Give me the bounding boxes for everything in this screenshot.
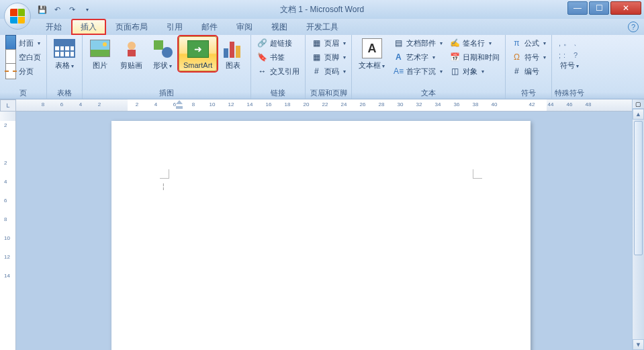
smartart-icon: [187, 38, 209, 60]
close-button[interactable]: ✕: [610, 1, 641, 15]
vertical-scrollbar[interactable]: ▢ ▲ ▼: [632, 99, 644, 350]
tab-start[interactable]: 开始: [36, 19, 71, 35]
undo-icon[interactable]: ↶: [51, 3, 63, 15]
tab-view[interactable]: 视图: [262, 19, 297, 35]
scroll-track[interactable]: [633, 120, 644, 339]
tab-mailings[interactable]: 邮件: [192, 19, 227, 35]
bookmark-icon: 🔖: [257, 52, 267, 62]
shapes-button[interactable]: 形状: [148, 36, 177, 72]
titlebar: 💾 ↶ ↷ 文档 1 - Microsoft Word — ☐ ✕: [0, 0, 644, 19]
group-symbols-label: 符号: [508, 88, 549, 99]
clipart-button[interactable]: 剪贴画: [116, 36, 146, 72]
sigline-icon: ✍: [449, 38, 460, 48]
equation-button[interactable]: π公式: [508, 36, 549, 50]
hyperlink-button[interactable]: 🔗超链接: [254, 36, 302, 50]
crossref-icon: ↔: [257, 66, 267, 77]
redo-icon[interactable]: ↷: [66, 3, 78, 15]
group-links-label: 链接: [254, 88, 302, 99]
number-icon: #: [511, 66, 522, 77]
special-symbol-button[interactable]: ,。、;:? 符号: [555, 36, 584, 72]
table-icon: [54, 38, 75, 59]
special-symbol-label: 符号: [560, 60, 579, 71]
textbox-button[interactable]: A 文本框: [355, 36, 389, 72]
margin-mark-top-left: [160, 169, 169, 179]
scroll-thumb[interactable]: [634, 121, 643, 255]
table-button[interactable]: 表格: [50, 36, 79, 72]
equation-label: 公式: [524, 38, 539, 48]
header-icon: ▦: [311, 38, 322, 48]
sigline-button[interactable]: ✍签名行: [447, 36, 502, 50]
pagenum-button[interactable]: #页码: [308, 64, 349, 78]
pagenum-icon: #: [311, 66, 322, 77]
window-controls: — ☐ ✕: [566, 1, 641, 15]
wordart-label: 艺术字: [406, 52, 428, 62]
smartart-label: SmartArt: [183, 61, 212, 69]
group-links: 🔗超链接 🔖书签 ↔交叉引用 链接: [251, 35, 306, 99]
tab-review[interactable]: 审阅: [227, 19, 262, 35]
group-pages-label: 页: [3, 88, 44, 99]
cover-page-label: 封面: [19, 38, 34, 48]
group-header-footer: ▦页眉 ▦页脚 #页码 页眉和页脚: [306, 35, 352, 99]
minimize-button[interactable]: —: [567, 1, 588, 15]
horizontal-ruler[interactable]: 8642246810121416182022242628303234363840…: [16, 99, 632, 112]
object-button[interactable]: ◫对象: [447, 64, 502, 78]
ruler-corner[interactable]: L: [0, 99, 16, 112]
quickparts-label: 文档部件: [406, 38, 436, 48]
smartart-button[interactable]: SmartArt: [179, 36, 217, 71]
office-logo-icon: [10, 9, 25, 24]
ribbon: 封面 空白页 分页 页 表格 表格 图片 剪贴画: [0, 35, 644, 99]
ruler-toggle-icon[interactable]: ▢: [633, 99, 644, 109]
group-illustrations: 图片 剪贴画 形状 SmartArt 图表 插图: [83, 35, 251, 99]
bookmark-button[interactable]: 🔖书签: [254, 50, 302, 64]
save-icon[interactable]: 💾: [36, 3, 48, 15]
group-tables: 表格 表格: [47, 35, 83, 99]
group-text: A 文本框 ▤文档部件 A艺术字 A≡首字下沉 ✍签名行 📅日期和时间 ◫对象 …: [352, 35, 506, 99]
symbol-label: 符号: [524, 52, 539, 62]
datetime-label: 日期和时间: [463, 52, 500, 62]
blank-page-button[interactable]: 空白页: [3, 50, 44, 64]
wordart-button[interactable]: A艺术字: [390, 50, 445, 64]
quick-access-toolbar: 💾 ↶ ↷: [36, 3, 93, 15]
tab-references[interactable]: 引用: [157, 19, 192, 35]
bookmark-label: 书签: [270, 52, 285, 62]
chart-label: 图表: [226, 60, 240, 71]
tab-layout[interactable]: 页面布局: [106, 19, 157, 35]
table-label: 表格: [55, 60, 74, 71]
number-button[interactable]: #编号: [508, 64, 549, 78]
quickparts-button[interactable]: ▤文档部件: [390, 36, 445, 50]
maximize-button[interactable]: ☐: [589, 1, 609, 15]
vertical-ruler[interactable]: 22468101214: [0, 112, 16, 350]
group-text-label: 文本: [355, 88, 502, 99]
number-label: 编号: [524, 67, 539, 77]
symbol-icon: Ω: [511, 52, 522, 62]
qat-customize-icon[interactable]: [81, 3, 93, 15]
dropcap-button[interactable]: A≡首字下沉: [390, 64, 445, 78]
office-button[interactable]: [4, 3, 31, 30]
scroll-up-button[interactable]: ▲: [633, 109, 644, 120]
group-pages: 封面 空白页 分页 页: [0, 35, 47, 99]
crossref-button[interactable]: ↔交叉引用: [254, 64, 302, 78]
datetime-button[interactable]: 📅日期和时间: [447, 50, 502, 64]
page-break-label: 分页: [19, 67, 34, 77]
tab-insert[interactable]: 插入: [71, 19, 106, 35]
document-canvas[interactable]: ¦: [16, 112, 632, 350]
help-icon[interactable]: ?: [628, 21, 639, 32]
header-button[interactable]: ▦页眉: [308, 36, 349, 50]
chart-button[interactable]: 图表: [218, 36, 248, 72]
hyperlink-icon: 🔗: [257, 38, 267, 48]
window-title: 文档 1 - Microsoft Word: [280, 4, 364, 15]
cover-page-button[interactable]: 封面: [3, 36, 44, 50]
symbol-button[interactable]: Ω符号: [508, 50, 549, 64]
header-label: 页眉: [324, 38, 339, 48]
tab-developer[interactable]: 开发工具: [297, 19, 348, 35]
picture-button[interactable]: 图片: [85, 36, 115, 72]
scroll-down-button[interactable]: ▼: [633, 339, 644, 350]
dropcap-icon: A≡: [393, 66, 404, 77]
special-symbol-icon: ,。、;:?: [559, 38, 580, 59]
group-tables-label: 表格: [50, 88, 79, 99]
blank-page-label: 空白页: [19, 52, 41, 62]
page[interactable]: ¦: [111, 121, 531, 350]
page-break-button[interactable]: 分页: [3, 64, 44, 78]
group-header-footer-label: 页眉和页脚: [308, 88, 349, 99]
footer-button[interactable]: ▦页脚: [308, 50, 349, 64]
